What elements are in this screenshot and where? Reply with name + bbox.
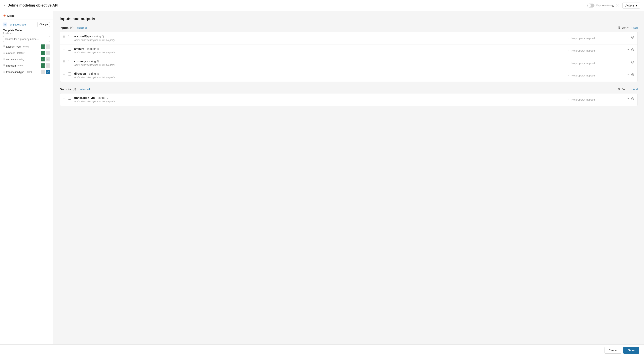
table-row: ⠿ direction · string ⇅ Add a short descr… xyxy=(60,69,638,82)
drag-handle[interactable]: ⠿ xyxy=(3,58,5,61)
arrow-icon: → xyxy=(567,62,570,65)
inputs-add-button[interactable]: + Add xyxy=(631,26,638,29)
help-icon[interactable]: ? xyxy=(616,4,619,7)
prop-description[interactable]: Add a short description of this property xyxy=(74,76,564,79)
prop-description[interactable]: Add a short description of this property xyxy=(74,51,564,54)
property-mapping[interactable]: → No property mapped xyxy=(567,60,622,66)
outputs-count: (1) xyxy=(73,88,76,91)
type-toggle[interactable]: ⇅ xyxy=(97,72,99,75)
row-checkbox[interactable] xyxy=(68,73,71,76)
type-toggle[interactable]: ⇅ xyxy=(102,35,104,38)
drag-handle[interactable]: ⠿ xyxy=(63,35,65,42)
more-options-button[interactable]: ··· xyxy=(626,48,630,51)
arrow-icon: → xyxy=(567,98,570,101)
mapping-label: No property mapped xyxy=(572,98,595,101)
arrow-icon: → xyxy=(567,49,570,52)
map-input-btn[interactable]: → xyxy=(41,70,45,74)
drag-handle[interactable]: ⠿ xyxy=(63,72,65,79)
inputs-title: Inputs xyxy=(60,26,68,30)
drag-handle[interactable]: ⠿ xyxy=(3,64,5,67)
sidebar-header-label: Model xyxy=(7,14,15,17)
template-sub: 5 columns xyxy=(3,32,50,34)
table-row: ⠿ accountType · string ⇅ Add a short des… xyxy=(60,32,638,45)
more-options-button[interactable]: ··· xyxy=(626,73,630,76)
model-icon: ⊞ xyxy=(3,23,7,27)
list-item: ⠿ amount · integer →] → xyxy=(3,50,50,56)
map-output-btn[interactable]: → xyxy=(46,45,50,49)
list-item: ⠿ transactionType · string → ↗ xyxy=(3,69,50,75)
inputs-outputs-title: Inputs and outputs xyxy=(60,17,638,21)
drag-handle[interactable]: ⠿ xyxy=(3,52,5,54)
outputs-title: Outputs xyxy=(60,88,71,91)
row-checkbox[interactable] xyxy=(68,35,71,38)
remove-button[interactable]: ⊖ xyxy=(631,48,634,52)
row-checkbox[interactable] xyxy=(68,97,71,100)
type-toggle[interactable]: ⇅ xyxy=(97,60,99,63)
row-checkbox[interactable] xyxy=(68,48,71,51)
remove-button[interactable]: ⊖ xyxy=(631,97,634,101)
list-item: ⠿ accountType · string →] → xyxy=(3,44,50,50)
more-options-button[interactable]: ··· xyxy=(626,60,630,64)
prop-description[interactable]: Add a short description of this property xyxy=(74,100,564,103)
mapping-label: No property mapped xyxy=(572,49,595,52)
type-toggle[interactable]: ⇅ xyxy=(106,96,108,99)
row-checkbox[interactable] xyxy=(68,60,71,63)
map-input-btn[interactable]: →] xyxy=(41,57,45,62)
drag-handle[interactable]: ⠿ xyxy=(63,60,65,66)
mapping-label: No property mapped xyxy=(572,37,595,40)
table-row: ⠿ transactionType · string ⇅ Add a short… xyxy=(60,94,638,106)
drag-handle[interactable]: ⠿ xyxy=(63,47,65,54)
table-row: ⠿ currency · string ⇅ Add a short descri… xyxy=(60,57,638,69)
sort-caret: ▾ xyxy=(628,88,628,91)
drag-handle[interactable]: ⠿ xyxy=(3,45,5,48)
inputs-count: (4) xyxy=(70,26,74,29)
list-item: ⠿ currency · string →] → xyxy=(3,56,50,63)
property-search-input[interactable] xyxy=(3,36,50,42)
type-toggle[interactable]: ⇅ xyxy=(97,48,99,50)
drag-handle[interactable]: ⠿ xyxy=(3,71,5,73)
property-mapping[interactable]: → No property mapped xyxy=(567,72,622,79)
map-input-btn[interactable]: →] xyxy=(41,45,45,49)
inputs-sort-button[interactable]: ⇅ Sort ▾ xyxy=(618,26,629,30)
template-name: Template Model xyxy=(3,29,50,32)
template-model-label: Template Model xyxy=(8,23,26,26)
sidebar-property-list: ⠿ accountType · string →] → ⠿ amount · i… xyxy=(3,44,50,75)
sort-icon: ⇅ xyxy=(618,26,620,30)
map-output-btn[interactable]: → xyxy=(46,57,50,62)
map-to-ontology-toggle[interactable] xyxy=(587,4,594,8)
property-mapping[interactable]: → No property mapped xyxy=(567,35,622,42)
more-options-button[interactable]: ··· xyxy=(626,35,630,39)
map-output-btn[interactable]: → xyxy=(46,63,50,68)
property-mapping[interactable]: → No property mapped xyxy=(567,96,622,103)
outputs-section: Outputs (1) · select all ⇅ Sort ▾ + Add xyxy=(60,87,638,106)
save-button[interactable]: Save xyxy=(623,347,639,354)
more-options-button[interactable]: ··· xyxy=(626,97,630,100)
map-input-btn[interactable]: →] xyxy=(41,63,45,68)
arrow-icon: → xyxy=(567,37,570,40)
model-section-icon: ✦ xyxy=(3,14,6,18)
mapping-label: No property mapped xyxy=(572,74,595,77)
remove-button[interactable]: ⊖ xyxy=(631,35,634,39)
remove-button[interactable]: ⊖ xyxy=(631,73,634,77)
arrow-icon: → xyxy=(567,74,570,77)
sort-caret: ▾ xyxy=(628,27,628,29)
cancel-button[interactable]: Cancel xyxy=(604,347,622,354)
outputs-select-all[interactable]: select all xyxy=(80,88,90,91)
map-output-btn[interactable]: ↗ xyxy=(46,70,50,74)
prop-description[interactable]: Add a short description of this property xyxy=(74,64,564,66)
outputs-sort-button[interactable]: ⇅ Sort ▾ xyxy=(618,87,629,91)
property-mapping[interactable]: → No property mapped xyxy=(567,47,622,54)
remove-button[interactable]: ⊖ xyxy=(631,60,634,64)
actions-button[interactable]: Actions ▾ xyxy=(622,3,640,9)
table-row: ⠿ amount · integer ⇅ Add a short descrip… xyxy=(60,45,638,57)
inputs-section: Inputs (4) · select all ⇅ Sort ▾ + Add xyxy=(60,26,638,82)
map-output-btn[interactable]: → xyxy=(46,51,50,55)
change-button[interactable]: Change xyxy=(37,22,50,27)
prop-description[interactable]: Add a short description of this property xyxy=(74,39,564,42)
outputs-add-button[interactable]: + Add xyxy=(631,88,638,91)
drag-handle[interactable]: ⠿ xyxy=(63,96,65,103)
sort-icon: ⇅ xyxy=(618,87,620,91)
back-button[interactable]: ‹ xyxy=(4,3,5,8)
inputs-select-all[interactable]: select all xyxy=(78,26,88,29)
map-input-btn[interactable]: →] xyxy=(41,51,45,55)
